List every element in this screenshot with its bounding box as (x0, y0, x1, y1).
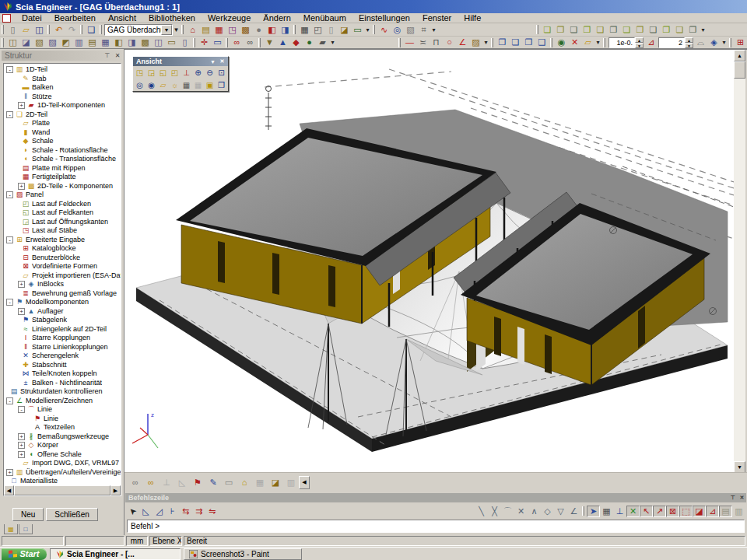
tree-item[interactable]: ⊠Vordefinierte Formen (4, 262, 121, 271)
chain-active-icon[interactable]: ∞ (143, 476, 159, 489)
toolbar-grip[interactable] (181, 25, 184, 34)
activity-icon-14[interactable]: ▯ (178, 37, 191, 48)
close-button[interactable]: Schließen (46, 508, 97, 521)
undo-icon[interactable]: ↶ (52, 24, 65, 36)
snap-toggle-icon[interactable]: ✕ (626, 506, 640, 517)
report-flag-icon[interactable]: ⚑ (190, 476, 205, 489)
start-button[interactable]: Start (2, 548, 47, 560)
zoom-out-icon[interactable]: ⊖ (204, 67, 216, 78)
track-end-icon[interactable]: ⇋ (205, 506, 219, 517)
print-icon[interactable]: ▦ (298, 24, 311, 36)
scale-spinner-value[interactable]: 1e-0. (608, 37, 635, 48)
surface-icon[interactable]: ◺ (174, 476, 190, 489)
toolbar-grip[interactable] (100, 25, 102, 34)
open-view-icon[interactable]: ▱ (157, 79, 169, 90)
toolbar-grip[interactable] (373, 25, 375, 34)
activity-icon-13[interactable]: ▭ (165, 37, 178, 48)
close-viewport-icon[interactable]: ❑ (85, 24, 98, 36)
activity-icon-1[interactable]: ◫ (6, 37, 19, 48)
arc-center-snap-icon[interactable]: ◪ (693, 506, 706, 517)
regen-icon[interactable]: ▰ (316, 37, 329, 48)
taskbar-item-paint[interactable]: Screenshot3 - Paint (184, 548, 302, 560)
toolbar-grip[interactable] (398, 38, 401, 47)
tree-horizontal-scrollbar[interactable]: ◀ ▶ (4, 485, 121, 495)
zoom-selection-icon[interactable]: ✛ (198, 37, 211, 48)
tree-item[interactable]: ⋈Teile/Knoten koppeln (4, 369, 121, 379)
chain-icon[interactable]: ∞ (128, 476, 143, 489)
print-preview-icon[interactable]: ◰ (311, 24, 324, 36)
snap-triangle2-icon[interactable]: ◿ (153, 506, 166, 517)
tree-item[interactable]: ✚Stabschnitt (4, 361, 121, 370)
catalog-icon[interactable]: ◨ (279, 24, 292, 36)
tree-item[interactable]: ✕Scherengelenk (4, 352, 121, 361)
tree-item[interactable]: ◗Schale - Rotationsfläche (4, 146, 121, 156)
tree-item[interactable]: -⌒Linie (4, 405, 121, 415)
translate-icon[interactable]: ✎ (205, 476, 221, 489)
ortho-icon[interactable]: ⊦ (166, 506, 179, 517)
new-button[interactable]: Neu (12, 508, 44, 521)
toolbar-grip[interactable] (193, 38, 195, 47)
support-icon[interactable]: ⊥ (159, 476, 174, 489)
tree-item[interactable]: ◱Last auf Feldkanten (4, 208, 121, 218)
scroll-left-icon[interactable]: ◀ (4, 485, 14, 495)
tree-item[interactable]: +∦Bemaßungswerkzeuge (4, 432, 121, 442)
toolbar-grip[interactable] (80, 25, 82, 34)
view-filter-off-icon[interactable]: ∞ (244, 37, 257, 48)
toolbar-grip[interactable] (2, 25, 4, 34)
section-icon[interactable]: ▲ (276, 37, 289, 48)
toolbar-grip[interactable] (603, 38, 605, 47)
collapse-icon[interactable]: - (6, 191, 13, 198)
activity-icon-11[interactable]: ▩ (139, 37, 152, 48)
midpoint-snap-icon[interactable]: ⊠ (666, 506, 679, 517)
scroll-left-icon[interactable]: ◀ (299, 476, 310, 489)
view-filter-icon[interactable]: ∞ (230, 37, 244, 48)
dimension-line-icon[interactable]: ≍ (416, 37, 430, 48)
redo-icon[interactable]: ↷ (65, 24, 79, 36)
zoom-in-icon[interactable]: ⊕ (192, 67, 204, 78)
view-supports-icon[interactable]: ❐ (660, 24, 673, 36)
expand-icon[interactable]: + (18, 442, 25, 449)
menu-item-ansicht[interactable]: Ansicht (102, 13, 142, 23)
tree-item[interactable]: ◖Schale - Translationsfläche (4, 155, 121, 164)
open-view-icon[interactable]: ▱ (581, 37, 594, 48)
view-volume-icon[interactable]: ❐ (607, 24, 620, 36)
toolbar-grip[interactable] (47, 25, 50, 34)
view-rendered-icon[interactable]: ❏ (567, 24, 580, 36)
command-input[interactable]: Befehl > (127, 520, 745, 533)
collapse-icon[interactable]: - (18, 406, 25, 413)
activity-icon-7[interactable]: ▤ (86, 37, 99, 48)
print-toolbar-dropdown-icon[interactable]: ▾ (364, 24, 371, 36)
view-numbers-icon[interactable]: ❐ (633, 24, 647, 36)
toolbar-grip[interactable] (550, 38, 552, 47)
tree-item[interactable]: ◆Schale (4, 137, 121, 146)
tree-item[interactable]: ◳Last auf Stäbe (4, 226, 121, 236)
pin-icon[interactable]: ⊤ (103, 51, 112, 60)
scale-spinner[interactable]: 1e-0. ▲▼ (608, 37, 644, 48)
snap-angle-icon[interactable]: ∠ (567, 506, 580, 517)
tree-item[interactable]: -❏2D-Teil (4, 110, 121, 120)
tree-item[interactable]: ATextzeilen (4, 423, 121, 432)
expand-icon[interactable]: + (18, 308, 25, 315)
snap-perp-icon[interactable]: ∧ (528, 506, 541, 517)
tree-item[interactable]: -⊞Erweiterte Eingabe (4, 236, 121, 245)
tile-icon[interactable]: ❏ (509, 37, 522, 48)
edge-snap-icon[interactable]: ⊿ (706, 506, 719, 517)
pointer-icon[interactable]: ➤ (126, 506, 139, 517)
snap-tri-icon[interactable]: ▽ (554, 506, 567, 517)
toolbar-grip[interactable] (729, 38, 731, 47)
snap-none-icon[interactable]: ✕ (514, 506, 528, 517)
project-combobox[interactable]: GAG Überdachung1 ▼ (104, 24, 173, 36)
pin-icon[interactable]: ⊤ (728, 494, 737, 502)
tree-item[interactable]: ▱Platte (4, 119, 121, 128)
view-wireframe-icon[interactable]: ❏ (541, 24, 554, 36)
view-model-icon[interactable]: ❏ (673, 24, 686, 36)
hide-selection-icon[interactable]: ◆ (289, 37, 303, 48)
menu-item-hilfe[interactable]: Hilfe (458, 13, 487, 23)
grid-spinner-value[interactable]: 2 (658, 37, 685, 48)
tree-item[interactable]: ≣Bewehrung gemäß Vorlage (4, 289, 121, 299)
menu-item-fenster[interactable]: Fenster (416, 13, 458, 23)
snap-arc-icon[interactable]: ⌒ (501, 506, 514, 517)
menu-item-bearbeiten[interactable]: Bearbeiten (48, 13, 102, 23)
document-icon[interactable]: ▯ (324, 24, 338, 36)
eye-icon[interactable]: ◉ (555, 37, 568, 48)
